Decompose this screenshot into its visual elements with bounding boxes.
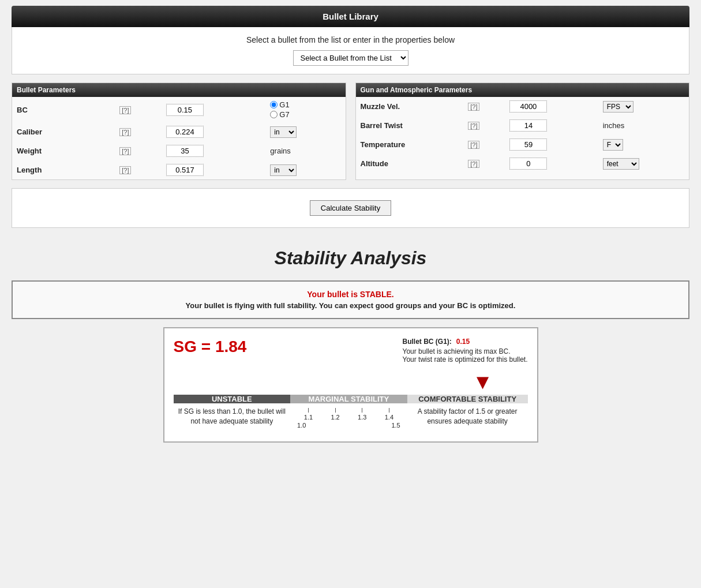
length-help[interactable]: [?] — [119, 166, 131, 174]
table-row: Temperature [?] F C — [356, 135, 689, 154]
g7-radio-label[interactable]: G7 — [270, 110, 340, 119]
edge-mark-1.0: 1.0 — [297, 422, 306, 429]
unstable-desc: If SG is less than 1.0, the bullet will … — [174, 403, 291, 432]
tick-1.2: 1.2 — [331, 408, 339, 421]
altitude-unit-select[interactable]: feet meters — [603, 158, 639, 170]
bc-desc-line2: Your twist rate is optimized for this bu… — [403, 355, 528, 364]
barrel-twist-help[interactable]: [?] — [468, 122, 479, 130]
table-row: Barrel Twist [?] inches — [356, 116, 689, 135]
bullet-params-header: Bullet Parameters — [12, 83, 346, 97]
g1-radio[interactable] — [270, 101, 278, 108]
barrel-twist-unit: inches — [598, 116, 689, 135]
stability-bar-table: UNSTABLE MARGINAL STABILITY COMFORTABLE … — [174, 395, 528, 432]
muzzle-vel-label: Muzzle Vel. — [356, 97, 464, 116]
table-row: Length [?] in mm — [12, 160, 346, 179]
stable-status: Your bullet is STABLE. — [21, 290, 680, 299]
muzzle-vel-help[interactable]: [?] — [468, 103, 479, 111]
temperature-label: Temperature — [356, 135, 464, 154]
gun-params-header: Gun and Atmospheric Parameters — [356, 83, 689, 97]
caliber-unit-select[interactable]: in mm — [270, 126, 297, 138]
edge-marks-row: 1.0 1.5 — [295, 422, 403, 429]
arrow-row: ▼ — [174, 372, 528, 392]
table-row: Caliber [?] in mm — [12, 122, 346, 141]
length-label: Length — [12, 160, 115, 179]
subtitle: Select a bullet from the list or enter i… — [20, 35, 681, 44]
table-row: Muzzle Vel. [?] FPS MPS — [356, 97, 689, 116]
muzzle-vel-unit-select[interactable]: FPS MPS — [603, 101, 633, 113]
sg-bc-info: Bullet BC (G1): 0.15 Your bullet is achi… — [403, 338, 528, 364]
table-row: Altitude [?] feet meters — [356, 154, 689, 173]
bc-help[interactable]: [?] — [119, 106, 131, 114]
table-row: Weight [?] grains — [12, 141, 346, 160]
length-input[interactable] — [166, 164, 204, 176]
down-arrow-icon: ▼ — [473, 372, 493, 392]
weight-label: Weight — [12, 141, 115, 160]
g7-radio[interactable] — [270, 111, 278, 118]
top-section: Select a bullet from the list or enter i… — [12, 27, 689, 74]
tick-1.3: 1.3 — [358, 408, 366, 421]
stability-bar-row: UNSTABLE MARGINAL STABILITY COMFORTABLE … — [174, 395, 528, 403]
bc-input[interactable] — [166, 104, 204, 116]
temperature-input[interactable] — [509, 138, 547, 151]
bc-result-value: 0.15 — [456, 338, 470, 346]
sg-value: SG = 1.84 — [174, 338, 247, 356]
tick-1.4: 1.4 — [385, 408, 393, 421]
table-row: BC [?] G1 G7 — [12, 97, 346, 122]
calc-section: Calculate Stability — [12, 188, 689, 228]
bullet-params-panel: Bullet Parameters BC [?] G1 G7 — [12, 83, 346, 180]
weight-input[interactable] — [166, 145, 204, 157]
calculate-stability-button[interactable]: Calculate Stability — [310, 200, 391, 216]
sg-top-row: SG = 1.84 Bullet BC (G1): 0.15 Your bull… — [174, 338, 528, 364]
weight-help[interactable]: [?] — [119, 147, 131, 155]
stable-description: Your bullet is flying with full stabilit… — [21, 301, 680, 310]
stable-message-box: Your bullet is STABLE. Your bullet is fl… — [12, 280, 689, 319]
barrel-twist-input[interactable] — [509, 119, 547, 132]
temperature-unit-select[interactable]: F C — [603, 139, 623, 151]
altitude-input[interactable] — [509, 158, 547, 170]
weight-unit: grains — [265, 141, 345, 160]
stability-desc-row: If SG is less than 1.0, the bullet will … — [174, 403, 528, 432]
bc-result-label: Bullet BC (G1): — [403, 338, 452, 346]
bullet-select[interactable]: Select a Bullet from the List — [293, 50, 408, 66]
params-row: Bullet Parameters BC [?] G1 G7 — [12, 83, 689, 180]
sg-result-box: SG = 1.84 Bullet BC (G1): 0.15 Your bull… — [163, 327, 538, 443]
temperature-help[interactable]: [?] — [468, 141, 479, 149]
caliber-label: Caliber — [12, 122, 115, 141]
tick-1.1: 1.1 — [304, 408, 313, 421]
gun-params-panel: Gun and Atmospheric Parameters Muzzle Ve… — [355, 83, 690, 180]
altitude-label: Altitude — [356, 154, 464, 173]
comfortable-desc: A stability factor of 1.5 or greater ens… — [407, 403, 528, 432]
bc-radio-group: G1 G7 — [270, 100, 340, 119]
marginal-bar: MARGINAL STABILITY — [290, 395, 407, 403]
g1-radio-label[interactable]: G1 — [270, 100, 340, 109]
caliber-input[interactable] — [166, 126, 204, 138]
length-unit-select[interactable]: in mm — [270, 164, 297, 176]
unstable-bar: UNSTABLE — [174, 395, 291, 403]
bc-label: BC — [12, 97, 115, 122]
tick-container: 1.1 1.2 1.3 1.4 — [295, 407, 403, 422]
stability-analysis-heading: Stability Analysis — [0, 236, 701, 275]
page-title: Bullet Library — [12, 6, 689, 27]
bc-desc-line1: Your bullet is achieving its max BC. — [403, 347, 528, 355]
comfortable-bar: COMFORTABLE STABILITY — [407, 395, 528, 403]
edge-mark-1.5: 1.5 — [391, 422, 400, 429]
altitude-help[interactable]: [?] — [468, 160, 479, 168]
muzzle-vel-input[interactable] — [509, 100, 547, 113]
barrel-twist-label: Barrel Twist — [356, 116, 464, 135]
caliber-help[interactable]: [?] — [119, 128, 131, 136]
